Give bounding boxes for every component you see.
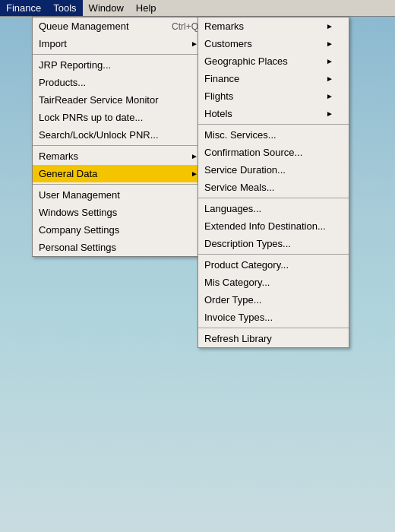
arrow-icon: ►	[326, 40, 333, 48]
menu-item-gd-geographic[interactable]: Geographic Places ►	[198, 52, 349, 70]
menu-item-general-data[interactable]: General Data ►	[33, 165, 213, 182]
arrow-icon: ►	[326, 92, 333, 100]
menu-item-import[interactable]: Import ►	[33, 35, 213, 52]
menu-item-lock-pnrs[interactable]: Lock PNRs up to date...	[33, 109, 213, 126]
separator-2	[33, 145, 213, 146]
menu-item-gd-flights[interactable]: Flights ►	[198, 87, 349, 105]
menu-item-gd-refresh-library[interactable]: Refresh Library	[198, 330, 349, 347]
menu-item-company-settings[interactable]: Company Settings	[33, 221, 213, 239]
menu-item-personal-settings[interactable]: Personal Settings	[33, 239, 213, 256]
general-data-submenu: Remarks ► Customers ► Geographic Places …	[198, 17, 349, 348]
menubar-tools[interactable]: Tools	[47, 0, 82, 16]
menu-item-gd-invoice-types[interactable]: Invoice Types...	[198, 309, 349, 326]
menu-item-gd-service-meals[interactable]: Service Meals...	[198, 179, 349, 196]
menu-item-tairreader[interactable]: TairReader Service Monitor	[33, 91, 213, 109]
menubar-window[interactable]: Window	[83, 0, 130, 16]
menu-item-gd-customers[interactable]: Customers ►	[198, 35, 349, 52]
arrow-icon: ►	[326, 57, 333, 65]
menu-item-gd-hotels[interactable]: Hotels ►	[198, 105, 349, 122]
menu-item-remarks[interactable]: Remarks ►	[33, 147, 213, 165]
separator-gd-2	[198, 198, 349, 198]
menubar-finance[interactable]: Finance	[0, 0, 47, 16]
menu-item-gd-misc-services[interactable]: Misc. Services...	[198, 126, 349, 144]
menubar: Finance Tools Window Help	[0, 0, 395, 17]
arrow-icon: ►	[326, 109, 333, 118]
separator-1	[33, 54, 213, 55]
menu-item-gd-confirmation[interactable]: Confirmation Source...	[198, 144, 349, 161]
arrow-icon: ►	[326, 22, 333, 30]
menu-item-gd-product-category[interactable]: Product Category...	[198, 256, 349, 274]
arrow-icon: ►	[326, 74, 333, 83]
menu-item-gd-extended-info[interactable]: Extended Info Destination...	[198, 217, 349, 235]
menu-item-products[interactable]: Products...	[33, 74, 213, 91]
menu-item-gd-languages[interactable]: Languages...	[198, 200, 349, 217]
menu-item-user-management[interactable]: User Management	[33, 186, 213, 204]
separator-gd-1	[198, 124, 349, 125]
menubar-help[interactable]: Help	[130, 0, 163, 16]
menu-item-jrp-reporting[interactable]: JRP Reporting...	[33, 56, 213, 74]
menu-item-gd-order-type[interactable]: Order Type...	[198, 291, 349, 309]
separator-gd-3	[198, 254, 349, 255]
separator-3	[33, 184, 213, 185]
menu-item-gd-service-duration[interactable]: Service Duration...	[198, 161, 349, 179]
menu-item-gd-mis-category[interactable]: Mis Category...	[198, 274, 349, 291]
menu-item-gd-remarks[interactable]: Remarks ►	[198, 17, 349, 35]
menu-item-queue-management[interactable]: Queue Management Ctrl+Q	[33, 17, 213, 35]
menu-item-windows-settings[interactable]: Windows Settings	[33, 204, 213, 221]
menu-item-search-lock-pnr[interactable]: Search/Lock/Unlock PNR...	[33, 126, 213, 144]
menu-item-gd-finance[interactable]: Finance ►	[198, 70, 349, 87]
menu-item-gd-description-types[interactable]: Description Types...	[198, 235, 349, 252]
separator-gd-4	[198, 328, 349, 328]
tools-menu: Queue Management Ctrl+Q Import ► JRP Rep…	[32, 17, 214, 257]
